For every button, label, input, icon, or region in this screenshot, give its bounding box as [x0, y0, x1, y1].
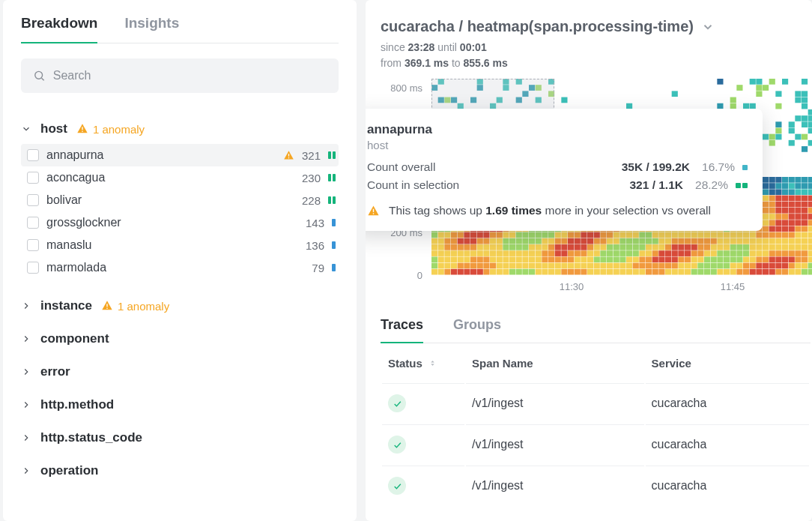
chevron-down-icon[interactable] [701, 20, 715, 34]
facet-item[interactable]: bolivar 228 [21, 189, 339, 211]
svg-rect-464 [587, 263, 593, 269]
svg-rect-1020 [795, 183, 801, 189]
svg-rect-728 [691, 256, 697, 262]
svg-rect-695 [678, 263, 684, 269]
svg-rect-1061 [808, 121, 812, 127]
svg-rect-1039 [802, 115, 808, 121]
warning-icon [76, 123, 88, 135]
svg-rect-321 [536, 244, 542, 250]
facet-checkbox[interactable] [27, 194, 39, 206]
svg-rect-76 [451, 244, 457, 250]
svg-rect-642 [658, 244, 664, 250]
facet-item[interactable]: aconcagua 230 [21, 166, 339, 189]
facet-label: grossglockner [46, 216, 298, 229]
svg-rect-322 [536, 250, 542, 256]
svg-rect-373 [555, 244, 561, 250]
svg-rect-245 [509, 238, 515, 244]
svg-rect-1100 [373, 213, 374, 214]
tab-groups[interactable]: Groups [453, 317, 501, 343]
facet-host-header[interactable]: host 1 anomaly [21, 114, 339, 144]
col-status[interactable]: Status [382, 345, 464, 382]
svg-rect-745 [697, 256, 703, 262]
svg-rect-524 [613, 232, 619, 238]
svg-rect-271 [516, 269, 522, 275]
svg-rect-724 [691, 232, 697, 238]
svg-rect-945 [769, 196, 775, 202]
svg-rect-656 [665, 232, 671, 238]
svg-rect-946 [769, 202, 775, 208]
svg-rect-578 [633, 256, 639, 262]
svg-rect-97 [458, 250, 464, 256]
facet-item[interactable]: grossglockner 143 [21, 211, 339, 234]
heatmap-chart[interactable]: 800 ms 200 ms 0 11:30 11:45 annapurna ho… [381, 79, 811, 296]
facet-label: bolivar [46, 193, 294, 207]
search-box[interactable] [21, 58, 339, 93]
svg-rect-959 [775, 103, 781, 109]
svg-rect-962 [775, 134, 781, 140]
tab-insights[interactable]: Insights [124, 15, 179, 43]
facet-checkbox[interactable] [27, 217, 39, 229]
facet-count: 79 [312, 262, 324, 274]
svg-rect-492 [600, 238, 606, 244]
facet-checkbox[interactable] [27, 239, 39, 251]
svg-rect-175 [483, 269, 489, 275]
svg-rect-895 [750, 238, 756, 244]
facet-operation-header[interactable]: operation [21, 454, 339, 487]
tab-breakdown[interactable]: Breakdown [21, 15, 97, 43]
svg-rect-696 [678, 269, 684, 275]
svg-rect-816 [724, 263, 730, 269]
facet-item[interactable]: manaslu 136 [21, 234, 339, 256]
col-span[interactable]: Span Name [466, 345, 644, 382]
svg-rect-37 [438, 232, 444, 238]
facet-component-header[interactable]: component [21, 322, 339, 355]
svg-rect-342 [542, 269, 548, 275]
svg-rect-777 [711, 238, 717, 244]
warning-icon [101, 300, 113, 312]
facet-checkbox[interactable] [27, 262, 39, 274]
svg-rect-152 [477, 238, 483, 244]
svg-rect-675 [672, 244, 678, 250]
svg-rect-1016 [795, 97, 801, 103]
svg-rect-112 [464, 238, 470, 244]
svg-rect-838 [736, 85, 742, 91]
chevron-right-icon [21, 334, 31, 344]
svg-rect-985 [782, 208, 788, 214]
svg-rect-562 [626, 256, 632, 262]
svg-rect-411 [568, 256, 574, 262]
svg-rect-286 [522, 244, 528, 250]
svg-rect-744 [697, 250, 703, 256]
svg-rect-983 [782, 196, 788, 202]
svg-rect-194 [490, 269, 496, 275]
facet-http-method-header[interactable]: http.method [21, 388, 339, 421]
svg-rect-495 [600, 256, 606, 262]
svg-rect-427 [575, 250, 581, 256]
svg-rect-284 [522, 232, 528, 238]
svg-rect-99 [458, 263, 464, 269]
facet-checkbox[interactable] [27, 149, 39, 161]
svg-rect-188 [490, 232, 496, 238]
search-input[interactable] [53, 69, 327, 82]
svg-rect-229 [503, 250, 509, 256]
facet-checkbox[interactable] [27, 172, 39, 184]
col-service[interactable]: Service [646, 345, 809, 382]
table-row[interactable]: /v1/ingest cucaracha [382, 466, 809, 505]
facet-http-status_code-header[interactable]: http.status_code [21, 421, 339, 454]
anomaly-badge: 1 anomaly [76, 123, 145, 136]
anomaly-badge: 1 anomaly [101, 300, 169, 313]
svg-rect-174 [483, 263, 489, 269]
table-row[interactable]: /v1/ingest cucaracha [382, 383, 809, 423]
facet-item[interactable]: marmolada 79 [21, 256, 339, 279]
svg-rect-927 [763, 202, 769, 208]
svg-rect-98 [458, 256, 464, 262]
facet-item[interactable]: annapurna 321 [21, 144, 339, 166]
table-row[interactable]: /v1/ingest cucaracha [382, 424, 809, 464]
svg-rect-1017 [795, 115, 801, 121]
tooltip-overall-pct: 16.7% [697, 160, 735, 174]
tab-traces[interactable]: Traces [381, 317, 423, 343]
facet-instance-header[interactable]: instance 1 anomaly [21, 289, 339, 322]
svg-rect-579 [633, 263, 639, 269]
svg-rect-1026 [795, 220, 801, 226]
svg-rect-990 [782, 238, 788, 244]
svg-rect-1058 [802, 269, 808, 275]
facet-error-header[interactable]: error [21, 355, 339, 388]
